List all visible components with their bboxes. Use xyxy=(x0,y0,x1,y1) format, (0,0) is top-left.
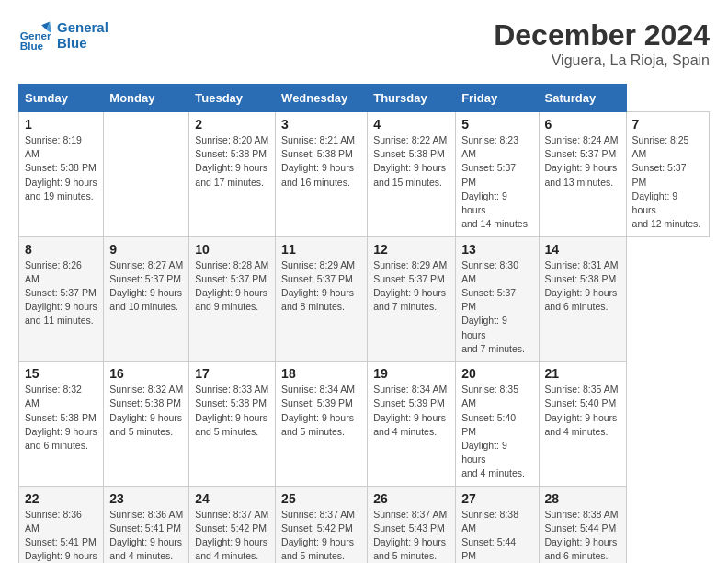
day-number: 9 xyxy=(109,242,183,257)
day-header-monday: Monday xyxy=(104,85,189,112)
calendar-cell-6: 6Sunrise: 8:24 AMSunset: 5:37 PMDaylight… xyxy=(539,112,626,237)
day-header-sunday: Sunday xyxy=(19,85,104,112)
day-info: Sunrise: 8:35 AMSunset: 5:40 PMDaylight:… xyxy=(461,383,532,481)
calendar-cell-8: 8Sunrise: 8:26 AMSunset: 5:37 PMDaylight… xyxy=(19,236,104,362)
calendar-cell-19: 19Sunrise: 8:34 AMSunset: 5:39 PMDayligh… xyxy=(368,362,456,487)
calendar-week-4: 22Sunrise: 8:36 AMSunset: 5:41 PMDayligh… xyxy=(19,486,710,563)
day-info: Sunrise: 8:22 AMSunset: 5:38 PMDaylight:… xyxy=(373,133,449,190)
day-info: Sunrise: 8:25 AMSunset: 5:37 PMDaylight:… xyxy=(632,133,703,232)
day-info: Sunrise: 8:21 AMSunset: 5:38 PMDaylight:… xyxy=(281,133,361,190)
logo-general: General xyxy=(57,19,108,35)
day-header-tuesday: Tuesday xyxy=(189,85,276,112)
calendar-cell-3: 3Sunrise: 8:21 AMSunset: 5:38 PMDaylight… xyxy=(276,112,368,237)
calendar-week-3: 15Sunrise: 8:32 AMSunset: 5:38 PMDayligh… xyxy=(19,362,710,487)
calendar-header-row: SundayMondayTuesdayWednesdayThursdayFrid… xyxy=(19,85,710,112)
calendar-cell-10: 10Sunrise: 8:28 AMSunset: 5:37 PMDayligh… xyxy=(189,236,276,362)
location-subtitle: Viguera, La Rioja, Spain xyxy=(494,52,710,69)
day-header-saturday: Saturday xyxy=(539,85,626,112)
calendar-cell-26: 26Sunrise: 8:37 AMSunset: 5:43 PMDayligh… xyxy=(368,486,456,563)
page-header: General Blue General Blue December 2024 … xyxy=(18,18,710,69)
title-block: December 2024 Viguera, La Rioja, Spain xyxy=(494,18,710,69)
day-info: Sunrise: 8:31 AMSunset: 5:38 PMDaylight:… xyxy=(545,259,620,315)
calendar-cell-4: 4Sunrise: 8:22 AMSunset: 5:38 PMDaylight… xyxy=(368,112,456,237)
calendar-cell-22: 22Sunrise: 8:36 AMSunset: 5:41 PMDayligh… xyxy=(19,486,104,563)
day-number: 13 xyxy=(461,242,532,257)
calendar-cell-25: 25Sunrise: 8:37 AMSunset: 5:42 PMDayligh… xyxy=(276,486,368,563)
calendar-cell-18: 18Sunrise: 8:34 AMSunset: 5:39 PMDayligh… xyxy=(276,362,368,487)
logo: General Blue General Blue xyxy=(18,18,108,52)
calendar-cell-2: 2Sunrise: 8:20 AMSunset: 5:38 PMDaylight… xyxy=(189,112,276,237)
day-number: 1 xyxy=(25,117,97,132)
calendar-cell-27: 27Sunrise: 8:38 AMSunset: 5:44 PMDayligh… xyxy=(456,486,539,563)
svg-text:Blue: Blue xyxy=(20,40,44,52)
day-number: 3 xyxy=(281,117,361,132)
day-info: Sunrise: 8:36 AMSunset: 5:41 PMDaylight:… xyxy=(25,508,97,563)
calendar-cell-7: 7Sunrise: 8:25 AMSunset: 5:37 PMDaylight… xyxy=(626,112,709,237)
day-number: 10 xyxy=(195,242,269,257)
day-number: 16 xyxy=(109,366,183,381)
day-number: 11 xyxy=(281,242,361,257)
day-number: 23 xyxy=(109,491,183,506)
day-info: Sunrise: 8:29 AMSunset: 5:37 PMDaylight:… xyxy=(373,259,449,315)
logo-icon: General Blue xyxy=(18,18,51,52)
calendar-cell-15: 15Sunrise: 8:32 AMSunset: 5:38 PMDayligh… xyxy=(19,362,104,487)
day-number: 7 xyxy=(632,117,703,132)
calendar-cell-5: 5Sunrise: 8:23 AMSunset: 5:37 PMDaylight… xyxy=(456,112,539,237)
day-number: 8 xyxy=(25,242,97,257)
calendar-cell-16: 16Sunrise: 8:32 AMSunset: 5:38 PMDayligh… xyxy=(104,362,189,487)
calendar-cell-20: 20Sunrise: 8:35 AMSunset: 5:40 PMDayligh… xyxy=(456,362,539,487)
day-info: Sunrise: 8:37 AMSunset: 5:42 PMDaylight:… xyxy=(281,508,361,563)
calendar-cell-13: 13Sunrise: 8:30 AMSunset: 5:37 PMDayligh… xyxy=(456,236,539,362)
calendar-cell-21: 21Sunrise: 8:35 AMSunset: 5:40 PMDayligh… xyxy=(539,362,626,487)
day-header-wednesday: Wednesday xyxy=(276,85,368,112)
calendar-table: SundayMondayTuesdayWednesdayThursdayFrid… xyxy=(18,84,710,563)
day-number: 12 xyxy=(373,242,449,257)
day-info: Sunrise: 8:32 AMSunset: 5:38 PMDaylight:… xyxy=(109,383,183,439)
day-number: 26 xyxy=(373,491,449,506)
calendar-week-1: 1Sunrise: 8:19 AMSunset: 5:38 PMDaylight… xyxy=(19,112,710,237)
month-title: December 2024 xyxy=(494,18,710,52)
day-header-friday: Friday xyxy=(456,85,539,112)
day-info: Sunrise: 8:19 AMSunset: 5:38 PMDaylight:… xyxy=(25,133,97,203)
day-number: 14 xyxy=(545,242,620,257)
day-info: Sunrise: 8:33 AMSunset: 5:38 PMDaylight:… xyxy=(195,383,269,439)
day-number: 22 xyxy=(25,491,97,506)
day-info: Sunrise: 8:30 AMSunset: 5:37 PMDaylight:… xyxy=(461,259,532,357)
calendar-cell-23: 23Sunrise: 8:36 AMSunset: 5:41 PMDayligh… xyxy=(104,486,189,563)
day-info: Sunrise: 8:35 AMSunset: 5:40 PMDaylight:… xyxy=(545,383,620,439)
day-number: 24 xyxy=(195,491,269,506)
day-number: 4 xyxy=(373,117,449,132)
day-number: 19 xyxy=(373,366,449,381)
day-info: Sunrise: 8:26 AMSunset: 5:37 PMDaylight:… xyxy=(25,259,97,328)
calendar-week-2: 8Sunrise: 8:26 AMSunset: 5:37 PMDaylight… xyxy=(19,236,710,362)
calendar-cell-28: 28Sunrise: 8:38 AMSunset: 5:44 PMDayligh… xyxy=(539,486,626,563)
calendar-empty xyxy=(104,112,189,237)
day-number: 18 xyxy=(281,366,361,381)
calendar-cell-17: 17Sunrise: 8:33 AMSunset: 5:38 PMDayligh… xyxy=(189,362,276,487)
day-number: 21 xyxy=(545,366,620,381)
day-info: Sunrise: 8:37 AMSunset: 5:43 PMDaylight:… xyxy=(373,508,449,563)
day-number: 6 xyxy=(545,117,620,132)
day-number: 15 xyxy=(25,366,97,381)
day-header-thursday: Thursday xyxy=(368,85,456,112)
day-info: Sunrise: 8:36 AMSunset: 5:41 PMDaylight:… xyxy=(109,508,183,563)
calendar-cell-24: 24Sunrise: 8:37 AMSunset: 5:42 PMDayligh… xyxy=(189,486,276,563)
day-number: 5 xyxy=(461,117,532,132)
day-info: Sunrise: 8:28 AMSunset: 5:37 PMDaylight:… xyxy=(195,259,269,315)
day-info: Sunrise: 8:20 AMSunset: 5:38 PMDaylight:… xyxy=(195,133,269,190)
logo-blue: Blue xyxy=(57,35,108,51)
day-info: Sunrise: 8:34 AMSunset: 5:39 PMDaylight:… xyxy=(281,383,361,439)
calendar-cell-14: 14Sunrise: 8:31 AMSunset: 5:38 PMDayligh… xyxy=(539,236,626,362)
day-info: Sunrise: 8:29 AMSunset: 5:37 PMDaylight:… xyxy=(281,259,361,315)
calendar-cell-12: 12Sunrise: 8:29 AMSunset: 5:37 PMDayligh… xyxy=(368,236,456,362)
calendar-cell-11: 11Sunrise: 8:29 AMSunset: 5:37 PMDayligh… xyxy=(276,236,368,362)
day-info: Sunrise: 8:23 AMSunset: 5:37 PMDaylight:… xyxy=(461,133,532,232)
day-info: Sunrise: 8:38 AMSunset: 5:44 PMDaylight:… xyxy=(545,508,620,563)
day-number: 27 xyxy=(461,491,532,506)
day-info: Sunrise: 8:38 AMSunset: 5:44 PMDaylight:… xyxy=(461,508,532,563)
day-number: 20 xyxy=(461,366,532,381)
day-info: Sunrise: 8:34 AMSunset: 5:39 PMDaylight:… xyxy=(373,383,449,439)
day-info: Sunrise: 8:37 AMSunset: 5:42 PMDaylight:… xyxy=(195,508,269,563)
calendar-cell-9: 9Sunrise: 8:27 AMSunset: 5:37 PMDaylight… xyxy=(104,236,189,362)
day-number: 2 xyxy=(195,117,269,132)
